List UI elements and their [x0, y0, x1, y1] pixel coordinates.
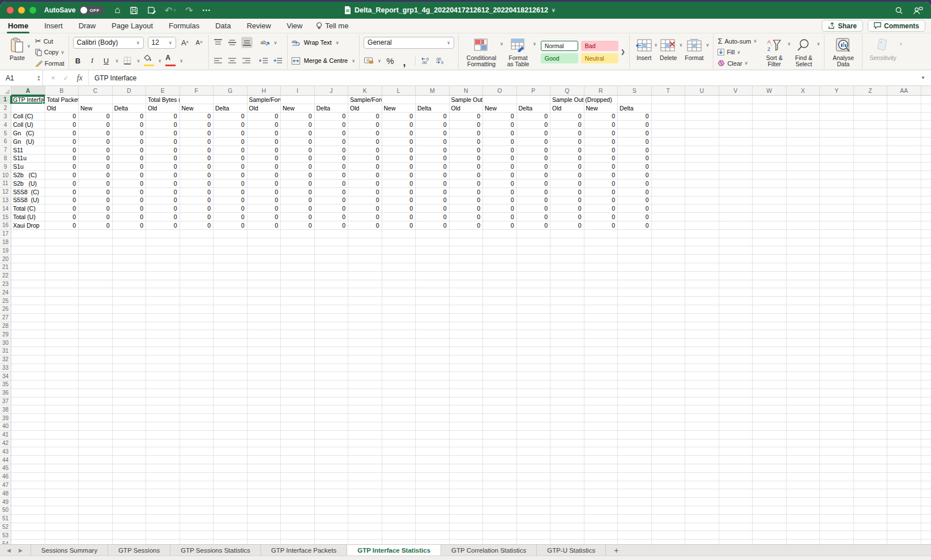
- cell-F9[interactable]: 0: [180, 163, 214, 171]
- cell-Z52[interactable]: [854, 523, 888, 532]
- cell-D18[interactable]: [113, 238, 147, 247]
- cell-P54[interactable]: [517, 540, 551, 544]
- cell-L38[interactable]: [382, 405, 416, 414]
- cell-H15[interactable]: 0: [247, 213, 281, 221]
- cell-U31[interactable]: [685, 347, 719, 356]
- cell-R41[interactable]: [584, 431, 618, 439]
- cell-Y33[interactable]: [820, 364, 854, 373]
- cell-N36[interactable]: [450, 389, 484, 397]
- cell-E29[interactable]: [146, 330, 180, 339]
- cell-AA15[interactable]: [887, 213, 921, 221]
- cell-V52[interactable]: [719, 523, 753, 532]
- cell-D16[interactable]: 0: [113, 221, 147, 230]
- cell-A11[interactable]: S2b (U): [11, 179, 45, 188]
- cell-G22[interactable]: [213, 272, 247, 280]
- decrease-font-size-button[interactable]: A˅: [194, 37, 204, 48]
- row-header-49[interactable]: 49: [0, 498, 11, 506]
- cell-L5[interactable]: 0: [382, 129, 416, 138]
- cell-Q47[interactable]: [550, 481, 584, 490]
- cell-P14[interactable]: 0: [517, 204, 551, 213]
- column-header-F[interactable]: F: [180, 86, 214, 96]
- cell-I20[interactable]: [281, 255, 315, 263]
- row-header-52[interactable]: 52: [0, 523, 11, 532]
- cell-U4[interactable]: [685, 121, 719, 129]
- cell-I39[interactable]: [281, 414, 315, 422]
- cell-D39[interactable]: [113, 414, 147, 422]
- cell-D1[interactable]: [113, 96, 147, 104]
- ribbon-tab-home[interactable]: Home: [0, 19, 36, 33]
- cell-Q50[interactable]: [550, 506, 584, 515]
- cell-I54[interactable]: [281, 540, 315, 544]
- cell-M14[interactable]: 0: [416, 204, 450, 213]
- increase-font-size-button[interactable]: A˄: [180, 37, 190, 48]
- row-header-20[interactable]: 20: [0, 255, 11, 263]
- cell-A14[interactable]: Total (C): [11, 204, 45, 213]
- cell-U46[interactable]: [685, 473, 719, 481]
- cell-AA4[interactable]: [887, 121, 921, 129]
- cell-E35[interactable]: [146, 381, 180, 389]
- cell-P11[interactable]: 0: [517, 179, 551, 188]
- cell-Z6[interactable]: [854, 138, 888, 146]
- cell-U27[interactable]: [685, 314, 719, 322]
- autosave-toggle[interactable]: OFF: [79, 6, 104, 15]
- cell-Y26[interactable]: [820, 305, 854, 314]
- cell-D23[interactable]: [113, 280, 147, 289]
- cell-N13[interactable]: 0: [450, 196, 484, 205]
- cell-A44[interactable]: [11, 456, 45, 464]
- cell-R10[interactable]: 0: [584, 171, 618, 179]
- cell-X37[interactable]: [787, 397, 821, 406]
- cancel-icon[interactable]: ×: [51, 74, 55, 82]
- cell-A50[interactable]: [11, 506, 45, 515]
- cell-V3[interactable]: [719, 113, 753, 121]
- row-header-45[interactable]: 45: [0, 464, 11, 473]
- cell-I1[interactable]: [281, 96, 315, 104]
- cell-Z16[interactable]: [854, 221, 888, 230]
- find-select-button[interactable]: Find & Select: [791, 36, 817, 69]
- cell-I38[interactable]: [281, 405, 315, 414]
- select-all-corner[interactable]: [0, 86, 11, 96]
- cell-M42[interactable]: [416, 439, 450, 448]
- cell-T43[interactable]: [652, 447, 686, 456]
- cell-K47[interactable]: [348, 481, 382, 490]
- cell-R16[interactable]: 0: [584, 221, 618, 230]
- cell-X9[interactable]: [787, 163, 821, 171]
- accounting-format-button[interactable]: [364, 55, 374, 66]
- cell-Y12[interactable]: [820, 188, 854, 196]
- cell-N6[interactable]: 0: [450, 138, 484, 146]
- ribbon-tab-formulas[interactable]: Formulas: [161, 19, 207, 33]
- cell-C14[interactable]: 0: [79, 204, 113, 213]
- cell-P24[interactable]: [517, 288, 551, 297]
- cell-E48[interactable]: [146, 489, 180, 498]
- cell-Y9[interactable]: [820, 163, 854, 171]
- cell-B53[interactable]: [45, 531, 79, 540]
- cell-AA10[interactable]: [887, 171, 921, 179]
- cell-M26[interactable]: [416, 305, 450, 314]
- cell-R34[interactable]: [584, 372, 618, 381]
- cell-F1[interactable]: [180, 96, 214, 104]
- cell-G25[interactable]: [213, 297, 247, 305]
- cell-G20[interactable]: [213, 255, 247, 263]
- cell-L19[interactable]: [382, 246, 416, 255]
- cell-S48[interactable]: [618, 489, 652, 498]
- cell-partial-35[interactable]: [921, 381, 931, 389]
- cell-partial-4[interactable]: [921, 121, 931, 129]
- cell-F4[interactable]: 0: [180, 121, 214, 129]
- cell-I52[interactable]: [281, 523, 315, 532]
- cell-O11[interactable]: 0: [483, 179, 517, 188]
- cell-J6[interactable]: 0: [315, 138, 349, 146]
- cell-B38[interactable]: [45, 405, 79, 414]
- cell-S28[interactable]: [618, 322, 652, 331]
- cell-E34[interactable]: [146, 372, 180, 381]
- cell-W31[interactable]: [753, 347, 787, 356]
- cell-K15[interactable]: 0: [348, 213, 382, 221]
- cell-A47[interactable]: [11, 481, 45, 490]
- cell-Q4[interactable]: 0: [550, 121, 584, 129]
- cell-Q11[interactable]: 0: [550, 179, 584, 188]
- cell-AA11[interactable]: [887, 179, 921, 188]
- cell-B50[interactable]: [45, 506, 79, 515]
- cell-B4[interactable]: 0: [45, 121, 79, 129]
- cell-Z32[interactable]: [854, 356, 888, 364]
- cell-F21[interactable]: [180, 263, 214, 272]
- cell-A38[interactable]: [11, 405, 45, 414]
- cell-E37[interactable]: [146, 397, 180, 406]
